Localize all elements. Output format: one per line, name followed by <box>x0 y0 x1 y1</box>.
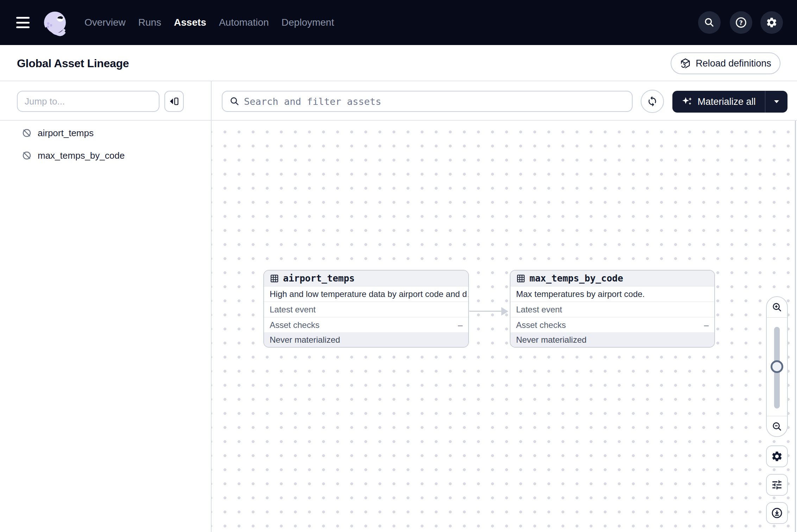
asset-checks-value: – <box>704 320 709 330</box>
refresh-button[interactable] <box>641 90 664 113</box>
collapse-sidebar-button[interactable] <box>164 91 184 112</box>
gear-icon <box>771 450 783 462</box>
asset-checks-value: – <box>458 320 463 330</box>
search-icon <box>704 17 715 28</box>
graph-settings-button[interactable] <box>766 445 788 467</box>
menu-icon[interactable] <box>16 17 30 28</box>
cube-refresh-icon <box>680 58 691 69</box>
top-nav-bar: Overview Runs Assets Automation Deployme… <box>0 0 797 45</box>
asset-node-checks-row: Asset checks – <box>264 317 468 333</box>
graph-filters-button[interactable] <box>766 474 788 496</box>
asset-node-name: max_temps_by_code <box>529 273 623 284</box>
materialize-all-button[interactable]: Materialize all <box>672 91 787 113</box>
zoom-in-button[interactable] <box>767 297 787 318</box>
panel-collapse-left-icon <box>169 96 179 106</box>
materialize-options-button[interactable] <box>765 91 787 113</box>
asset-node-status: Never materialized <box>264 333 468 347</box>
asset-node-latest-event: Latest event <box>264 302 468 317</box>
asset-node-description: High and low temperature data by airport… <box>264 286 468 302</box>
asset-node-header[interactable]: airport_temps <box>264 271 468 286</box>
sync-icon <box>647 96 658 107</box>
chevron-down-icon <box>774 100 779 103</box>
asset-node-latest-event: Latest event <box>510 302 714 317</box>
reload-definitions-button[interactable]: Reload definitions <box>671 52 780 74</box>
canvas-scrollbar[interactable] <box>795 121 796 532</box>
page-title: Global Asset Lineage <box>17 57 129 70</box>
asset-node-status: Never materialized <box>510 333 714 347</box>
zoom-out-icon <box>772 421 782 432</box>
search-button[interactable] <box>698 11 721 34</box>
materialize-all-label: Materialize all <box>697 96 755 107</box>
tune-icon <box>771 479 783 491</box>
asset-list-label: max_temps_by_code <box>38 150 125 161</box>
asset-node-header[interactable]: max_temps_by_code <box>510 271 714 286</box>
circle-slash-icon <box>22 151 32 160</box>
download-icon <box>771 507 783 519</box>
asset-list-panel: airport_temps max_temps_by_code <box>0 121 211 532</box>
asset-search-box <box>222 91 633 112</box>
asset-node-checks-row: Asset checks – <box>510 317 714 333</box>
asset-list-label: airport_temps <box>38 128 94 139</box>
zoom-out-button[interactable] <box>767 416 787 436</box>
nav-item-automation[interactable]: Automation <box>219 17 269 28</box>
nav-item-overview[interactable]: Overview <box>84 17 126 28</box>
zoom-slider-thumb[interactable] <box>771 360 783 373</box>
search-icon <box>230 96 240 107</box>
lineage-edge <box>469 311 503 312</box>
zoom-slider-area <box>767 318 787 416</box>
download-graph-button[interactable] <box>766 502 788 524</box>
help-button[interactable]: ? <box>730 11 752 34</box>
nav-item-runs[interactable]: Runs <box>138 17 161 28</box>
zoom-in-icon <box>772 302 782 312</box>
nav-item-deployment[interactable]: Deployment <box>282 17 334 28</box>
asset-node-name: airport_temps <box>283 273 355 284</box>
materialize-all-main[interactable]: Materialize all <box>672 96 765 107</box>
table-icon <box>270 274 279 283</box>
nav-item-assets[interactable]: Assets <box>174 17 206 28</box>
asset-checks-label: Asset checks <box>270 320 319 330</box>
jump-to-box <box>17 91 159 112</box>
svg-text:?: ? <box>739 19 743 26</box>
user-settings-button[interactable] <box>760 11 783 34</box>
sparkles-icon <box>682 96 693 107</box>
asset-node-description: Max temperatures by airport code. <box>510 286 714 302</box>
dagster-logo-icon[interactable] <box>41 9 70 39</box>
gear-icon <box>766 17 778 28</box>
asset-node-airport-temps[interactable]: airport_temps High and low temperature d… <box>263 270 469 348</box>
asset-search-input[interactable] <box>244 96 625 107</box>
asset-node-max-temps-by-code[interactable]: max_temps_by_code Max temperatures by ai… <box>510 270 715 348</box>
reload-definitions-label: Reload definitions <box>696 58 771 69</box>
jump-to-input[interactable] <box>25 96 152 107</box>
asset-list-item-airport-temps[interactable]: airport_temps <box>0 122 211 144</box>
circle-slash-icon <box>22 128 32 138</box>
asset-list-item-max-temps-by-code[interactable]: max_temps_by_code <box>0 144 211 167</box>
primary-nav: Overview Runs Assets Automation Deployme… <box>84 0 334 45</box>
lineage-edge-arrowhead <box>501 307 508 316</box>
help-icon: ? <box>735 17 747 28</box>
zoom-control <box>766 296 788 437</box>
table-icon <box>516 274 526 283</box>
asset-checks-label: Asset checks <box>516 320 566 330</box>
